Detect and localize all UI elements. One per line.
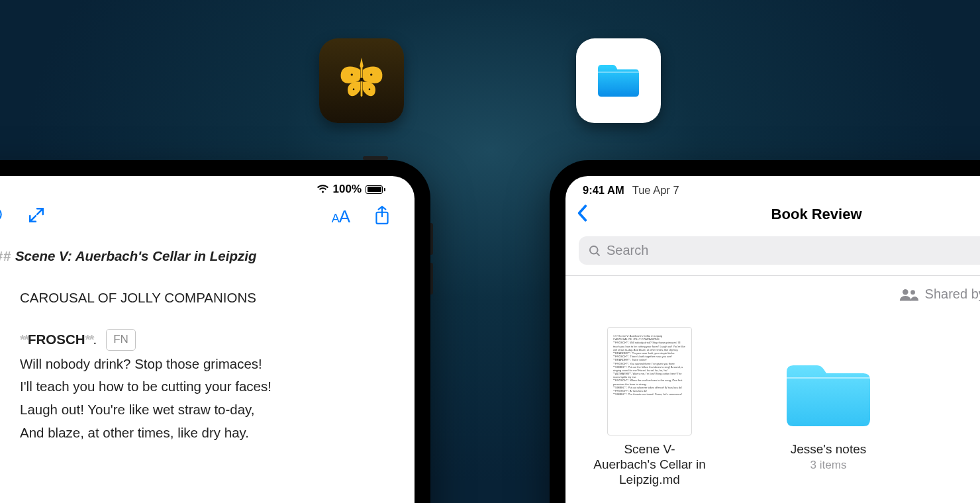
folder-icon [590,52,647,109]
status-date: Tue Apr 7 [632,184,679,197]
search-input[interactable]: Search [579,236,980,265]
files-app-icon [576,38,661,123]
wifi-icon [317,185,329,194]
footnote-chip[interactable]: FN [106,329,136,351]
status-bar: 9:41 AM Tue Apr 7 [565,176,980,201]
svg-rect-6 [598,71,639,73]
file-item[interactable]: ### Scene V: Auerbach's Cellar in Leipzi… [593,327,706,487]
svg-point-2 [351,73,353,75]
file-name: Jesse's notes [791,442,867,457]
search-icon [588,244,601,257]
files-header: Book Review [565,201,980,231]
shared-label: Shared by M [925,287,980,302]
ulysses-app-icon [319,38,404,123]
verse-line: I'll teach you how to be cutting your fa… [0,375,395,398]
file-name: Scene V- Auerbach's Cellar in Leipzig.md [593,442,706,487]
document-thumbnail: ### Scene V: Auerbach's Cellar in Leipzi… [607,327,692,435]
status-time: 9:41 AM [583,184,624,197]
speaker-name: FROSCH [28,332,85,347]
text-size-button[interactable]: AA [332,206,350,227]
svg-point-13 [910,290,915,295]
svg-point-7 [0,208,1,221]
editor-toolbar: AA [0,199,395,240]
search-icon[interactable] [0,206,4,226]
status-bar: 100% [0,176,395,199]
heading-line: ### Scene V: Auerbach's Cellar in Leipzi… [0,245,395,268]
heading-text: Scene V: Auerbach's Cellar in Leipzig [15,248,257,263]
back-button[interactable] [576,203,589,226]
battery-icon [366,185,385,194]
ipad-left-frame: 100% AA ### [0,160,430,503]
battery-percent: 100% [333,183,362,196]
expand-icon[interactable] [28,206,45,226]
verse-line: Will nobody drink? Stop those grimaces! [0,353,395,376]
people-icon [899,288,918,301]
file-meta: 3 items [810,459,847,472]
files-grid: ### Scene V: Auerbach's Cellar in Leipzi… [565,302,980,487]
editor-body[interactable]: ### Scene V: Auerbach's Cellar in Leipzi… [0,240,395,445]
svg-point-3 [370,73,372,75]
svg-point-10 [590,246,598,253]
folder-thumbnail [783,360,874,430]
svg-point-12 [903,289,908,295]
share-icon[interactable] [373,205,391,228]
search-placeholder: Search [607,243,648,258]
verse-line: Laugh out! You're like wet straw to-day, [0,398,395,422]
svg-point-1 [360,77,364,81]
folder-item[interactable]: Jesse's notes 3 items [772,327,885,487]
subheading: CAROUSAL OF JOLLY COMPANIONS [0,287,395,310]
svg-point-5 [369,89,371,91]
svg-point-4 [353,89,355,91]
svg-rect-14 [787,377,870,379]
verse-line: And blaze, at other times, like dry hay. [0,422,395,445]
speaker-line: **FROSCH**. FN [0,328,395,351]
page-title: Book Review [771,206,862,223]
shared-by-row[interactable]: Shared by M [565,276,980,302]
butterfly-icon [331,50,392,111]
markdown-prefix: ### [0,248,11,263]
svg-line-11 [597,252,600,255]
ipad-right-frame: 9:41 AM Tue Apr 7 Book Review Search Sha… [550,160,980,503]
